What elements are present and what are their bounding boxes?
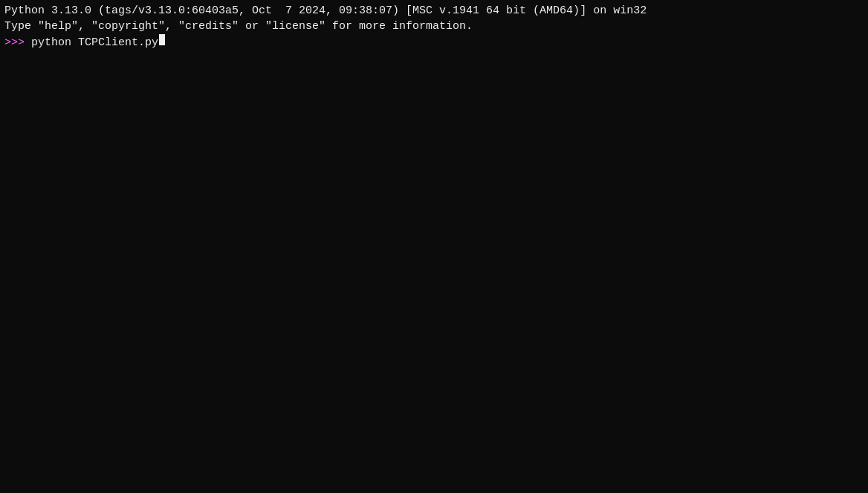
cursor bbox=[159, 34, 165, 45]
terminal-window[interactable]: Python 3.13.0 (tags/v3.13.0:60403a5, Oct… bbox=[0, 0, 868, 493]
prompt-symbol: >>> bbox=[4, 35, 31, 50]
command-line[interactable]: >>> python TCPClient.py bbox=[4, 34, 864, 50]
version-line: Python 3.13.0 (tags/v3.13.0:60403a5, Oct… bbox=[4, 3, 864, 19]
command-text: python TCPClient.py bbox=[31, 35, 158, 50]
typehelp-line: Type "help", "copyright", "credits" or "… bbox=[4, 19, 864, 34]
